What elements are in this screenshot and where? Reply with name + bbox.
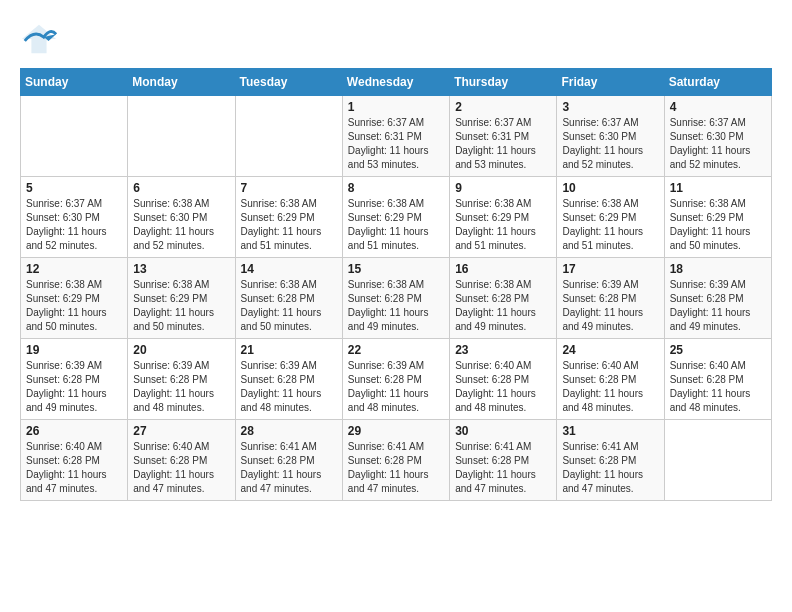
calendar-cell: 22Sunrise: 6:39 AM Sunset: 6:28 PM Dayli… <box>342 339 449 420</box>
calendar-cell <box>128 96 235 177</box>
logo-icon <box>20 20 58 58</box>
calendar-week-row: 19Sunrise: 6:39 AM Sunset: 6:28 PM Dayli… <box>21 339 772 420</box>
calendar-cell <box>664 420 771 501</box>
calendar-cell: 27Sunrise: 6:40 AM Sunset: 6:28 PM Dayli… <box>128 420 235 501</box>
day-info: Sunrise: 6:41 AM Sunset: 6:28 PM Dayligh… <box>455 440 551 496</box>
calendar-cell: 16Sunrise: 6:38 AM Sunset: 6:28 PM Dayli… <box>450 258 557 339</box>
day-number: 23 <box>455 343 551 357</box>
calendar-cell <box>235 96 342 177</box>
day-header-thursday: Thursday <box>450 69 557 96</box>
day-info: Sunrise: 6:38 AM Sunset: 6:29 PM Dayligh… <box>133 278 229 334</box>
page-header <box>20 20 772 58</box>
day-number: 14 <box>241 262 337 276</box>
day-info: Sunrise: 6:39 AM Sunset: 6:28 PM Dayligh… <box>348 359 444 415</box>
day-header-tuesday: Tuesday <box>235 69 342 96</box>
calendar-cell: 30Sunrise: 6:41 AM Sunset: 6:28 PM Dayli… <box>450 420 557 501</box>
day-number: 21 <box>241 343 337 357</box>
calendar-week-row: 1Sunrise: 6:37 AM Sunset: 6:31 PM Daylig… <box>21 96 772 177</box>
day-info: Sunrise: 6:38 AM Sunset: 6:28 PM Dayligh… <box>348 278 444 334</box>
calendar-cell: 18Sunrise: 6:39 AM Sunset: 6:28 PM Dayli… <box>664 258 771 339</box>
day-header-sunday: Sunday <box>21 69 128 96</box>
calendar-cell: 15Sunrise: 6:38 AM Sunset: 6:28 PM Dayli… <box>342 258 449 339</box>
day-number: 9 <box>455 181 551 195</box>
day-number: 17 <box>562 262 658 276</box>
day-info: Sunrise: 6:38 AM Sunset: 6:29 PM Dayligh… <box>455 197 551 253</box>
day-info: Sunrise: 6:41 AM Sunset: 6:28 PM Dayligh… <box>348 440 444 496</box>
day-number: 28 <box>241 424 337 438</box>
day-info: Sunrise: 6:38 AM Sunset: 6:29 PM Dayligh… <box>348 197 444 253</box>
calendar-cell: 11Sunrise: 6:38 AM Sunset: 6:29 PM Dayli… <box>664 177 771 258</box>
day-number: 13 <box>133 262 229 276</box>
calendar-cell: 6Sunrise: 6:38 AM Sunset: 6:30 PM Daylig… <box>128 177 235 258</box>
calendar-cell: 17Sunrise: 6:39 AM Sunset: 6:28 PM Dayli… <box>557 258 664 339</box>
calendar-cell: 21Sunrise: 6:39 AM Sunset: 6:28 PM Dayli… <box>235 339 342 420</box>
calendar-cell: 10Sunrise: 6:38 AM Sunset: 6:29 PM Dayli… <box>557 177 664 258</box>
day-number: 7 <box>241 181 337 195</box>
day-info: Sunrise: 6:37 AM Sunset: 6:31 PM Dayligh… <box>455 116 551 172</box>
day-header-row: SundayMondayTuesdayWednesdayThursdayFrid… <box>21 69 772 96</box>
calendar-table: SundayMondayTuesdayWednesdayThursdayFrid… <box>20 68 772 501</box>
day-info: Sunrise: 6:38 AM Sunset: 6:29 PM Dayligh… <box>670 197 766 253</box>
day-info: Sunrise: 6:38 AM Sunset: 6:28 PM Dayligh… <box>241 278 337 334</box>
day-number: 27 <box>133 424 229 438</box>
calendar-cell: 19Sunrise: 6:39 AM Sunset: 6:28 PM Dayli… <box>21 339 128 420</box>
day-number: 25 <box>670 343 766 357</box>
day-header-friday: Friday <box>557 69 664 96</box>
calendar-header: SundayMondayTuesdayWednesdayThursdayFrid… <box>21 69 772 96</box>
calendar-cell: 4Sunrise: 6:37 AM Sunset: 6:30 PM Daylig… <box>664 96 771 177</box>
calendar-cell: 3Sunrise: 6:37 AM Sunset: 6:30 PM Daylig… <box>557 96 664 177</box>
day-number: 24 <box>562 343 658 357</box>
calendar-cell: 14Sunrise: 6:38 AM Sunset: 6:28 PM Dayli… <box>235 258 342 339</box>
calendar-cell: 23Sunrise: 6:40 AM Sunset: 6:28 PM Dayli… <box>450 339 557 420</box>
calendar-cell: 28Sunrise: 6:41 AM Sunset: 6:28 PM Dayli… <box>235 420 342 501</box>
day-number: 3 <box>562 100 658 114</box>
day-number: 4 <box>670 100 766 114</box>
calendar-cell <box>21 96 128 177</box>
calendar-cell: 12Sunrise: 6:38 AM Sunset: 6:29 PM Dayli… <box>21 258 128 339</box>
day-info: Sunrise: 6:39 AM Sunset: 6:28 PM Dayligh… <box>670 278 766 334</box>
day-number: 22 <box>348 343 444 357</box>
day-number: 15 <box>348 262 444 276</box>
day-number: 16 <box>455 262 551 276</box>
day-info: Sunrise: 6:38 AM Sunset: 6:28 PM Dayligh… <box>455 278 551 334</box>
calendar-cell: 13Sunrise: 6:38 AM Sunset: 6:29 PM Dayli… <box>128 258 235 339</box>
day-info: Sunrise: 6:40 AM Sunset: 6:28 PM Dayligh… <box>670 359 766 415</box>
day-info: Sunrise: 6:39 AM Sunset: 6:28 PM Dayligh… <box>241 359 337 415</box>
calendar-cell: 9Sunrise: 6:38 AM Sunset: 6:29 PM Daylig… <box>450 177 557 258</box>
day-number: 2 <box>455 100 551 114</box>
day-number: 26 <box>26 424 122 438</box>
calendar-cell: 25Sunrise: 6:40 AM Sunset: 6:28 PM Dayli… <box>664 339 771 420</box>
day-info: Sunrise: 6:39 AM Sunset: 6:28 PM Dayligh… <box>133 359 229 415</box>
day-info: Sunrise: 6:40 AM Sunset: 6:28 PM Dayligh… <box>26 440 122 496</box>
day-number: 31 <box>562 424 658 438</box>
calendar-week-row: 5Sunrise: 6:37 AM Sunset: 6:30 PM Daylig… <box>21 177 772 258</box>
day-info: Sunrise: 6:38 AM Sunset: 6:29 PM Dayligh… <box>26 278 122 334</box>
calendar-cell: 8Sunrise: 6:38 AM Sunset: 6:29 PM Daylig… <box>342 177 449 258</box>
day-number: 10 <box>562 181 658 195</box>
calendar-cell: 1Sunrise: 6:37 AM Sunset: 6:31 PM Daylig… <box>342 96 449 177</box>
day-info: Sunrise: 6:37 AM Sunset: 6:31 PM Dayligh… <box>348 116 444 172</box>
day-number: 5 <box>26 181 122 195</box>
day-info: Sunrise: 6:40 AM Sunset: 6:28 PM Dayligh… <box>455 359 551 415</box>
day-number: 20 <box>133 343 229 357</box>
day-header-monday: Monday <box>128 69 235 96</box>
day-info: Sunrise: 6:38 AM Sunset: 6:30 PM Dayligh… <box>133 197 229 253</box>
calendar-cell: 7Sunrise: 6:38 AM Sunset: 6:29 PM Daylig… <box>235 177 342 258</box>
day-info: Sunrise: 6:37 AM Sunset: 6:30 PM Dayligh… <box>26 197 122 253</box>
day-info: Sunrise: 6:37 AM Sunset: 6:30 PM Dayligh… <box>562 116 658 172</box>
day-number: 1 <box>348 100 444 114</box>
calendar-cell: 2Sunrise: 6:37 AM Sunset: 6:31 PM Daylig… <box>450 96 557 177</box>
day-number: 8 <box>348 181 444 195</box>
day-info: Sunrise: 6:40 AM Sunset: 6:28 PM Dayligh… <box>133 440 229 496</box>
day-number: 19 <box>26 343 122 357</box>
day-header-wednesday: Wednesday <box>342 69 449 96</box>
day-number: 12 <box>26 262 122 276</box>
day-info: Sunrise: 6:39 AM Sunset: 6:28 PM Dayligh… <box>26 359 122 415</box>
day-number: 6 <box>133 181 229 195</box>
day-info: Sunrise: 6:39 AM Sunset: 6:28 PM Dayligh… <box>562 278 658 334</box>
calendar-cell: 20Sunrise: 6:39 AM Sunset: 6:28 PM Dayli… <box>128 339 235 420</box>
day-info: Sunrise: 6:41 AM Sunset: 6:28 PM Dayligh… <box>241 440 337 496</box>
calendar-cell: 5Sunrise: 6:37 AM Sunset: 6:30 PM Daylig… <box>21 177 128 258</box>
calendar-cell: 31Sunrise: 6:41 AM Sunset: 6:28 PM Dayli… <box>557 420 664 501</box>
day-number: 18 <box>670 262 766 276</box>
